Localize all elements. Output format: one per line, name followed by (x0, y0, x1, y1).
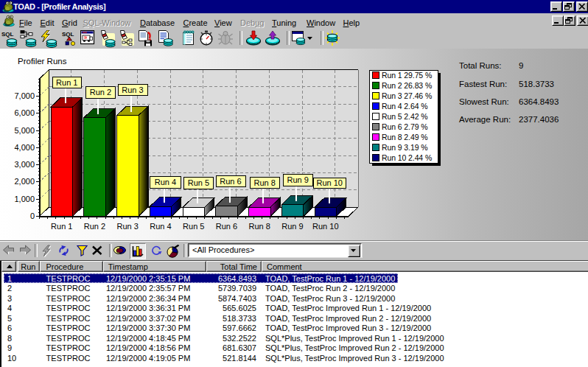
svg-text:Run 2: Run 2 (84, 222, 105, 231)
svg-text:1,000: 1,000 (14, 195, 35, 203)
svg-text:0: 0 (30, 212, 35, 220)
svg-text:Run 8: Run 8 (249, 222, 270, 231)
svg-text:6,000: 6,000 (14, 108, 35, 117)
svg-text:7,000: 7,000 (14, 91, 35, 100)
svg-text:Run 10: Run 10 (312, 222, 338, 231)
svg-text:9: 9 (519, 61, 523, 70)
svg-text:Run 1: Run 1 (51, 222, 72, 231)
svg-text:6364.8493: 6364.8493 (519, 97, 559, 106)
svg-text:Run 5 2.42 %: Run 5 2.42 % (382, 112, 427, 121)
svg-text:Fastest Run:: Fastest Run: (459, 80, 507, 88)
svg-text:Run 6: Run 6 (220, 177, 241, 186)
svg-text:Run 6: Run 6 (216, 222, 237, 231)
svg-text:Run 5: Run 5 (183, 222, 204, 231)
svg-text:Run 10 2.44 %: Run 10 2.44 % (382, 153, 432, 162)
svg-text:Total Runs:: Total Runs: (459, 61, 502, 70)
svg-text:518.3733: 518.3733 (519, 80, 554, 88)
svg-text:2,000: 2,000 (14, 177, 35, 186)
svg-text:Average Run:: Average Run: (459, 115, 511, 124)
svg-text:Run 6 2.79 %: Run 6 2.79 % (382, 122, 427, 131)
svg-text:Run 2 26.83 %: Run 2 26.83 % (382, 81, 432, 90)
svg-text:2377.4036: 2377.4036 (519, 115, 559, 124)
svg-text:Run 4: Run 4 (155, 178, 176, 186)
svg-text:SQL: SQL (62, 31, 74, 38)
svg-text:4,000: 4,000 (14, 143, 35, 152)
svg-text:3,000: 3,000 (14, 160, 35, 169)
svg-text:Slowest Run:: Slowest Run: (459, 97, 509, 106)
svg-text:5,000: 5,000 (14, 126, 35, 135)
svg-text:Run 9 3.19 %: Run 9 3.19 % (382, 143, 427, 152)
svg-text:Run 8: Run 8 (254, 178, 276, 187)
svg-text:Run 10: Run 10 (316, 178, 342, 187)
svg-text:Run 3 27.46 %: Run 3 27.46 % (382, 91, 432, 100)
svg-text:Run 9: Run 9 (281, 222, 303, 231)
svg-text:Run 2: Run 2 (90, 88, 111, 97)
svg-text:Run 3: Run 3 (122, 85, 143, 94)
svg-text:Run 4: Run 4 (150, 222, 171, 231)
svg-text:SQL: SQL (1, 31, 14, 38)
svg-text:Run 1: Run 1 (56, 78, 77, 87)
svg-text:Run 3: Run 3 (117, 222, 139, 231)
svg-text:Run 4 2.64 %: Run 4 2.64 % (382, 102, 427, 111)
svg-text:Run 1 29.75 %: Run 1 29.75 % (382, 71, 432, 80)
svg-text:Run 8 2.49 %: Run 8 2.49 % (382, 133, 427, 141)
svg-text:Run 5: Run 5 (188, 178, 209, 187)
svg-text:Run 9: Run 9 (287, 175, 309, 184)
svg-text:Profiler Runs: Profiler Runs (18, 57, 67, 66)
